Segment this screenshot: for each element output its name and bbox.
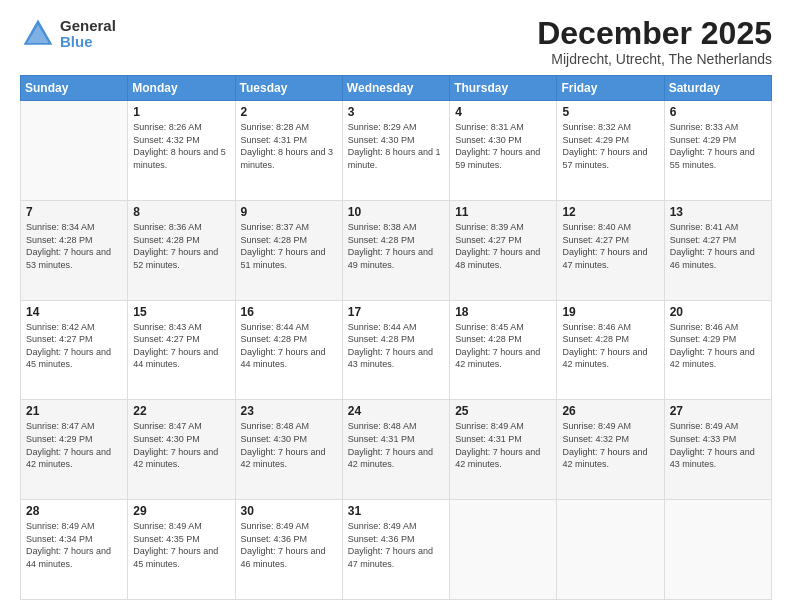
- cell-info: Sunrise: 8:44 AMSunset: 4:28 PMDaylight:…: [241, 321, 337, 371]
- page: General Blue December 2025 Mijdrecht, Ut…: [0, 0, 792, 612]
- table-row: 7Sunrise: 8:34 AMSunset: 4:28 PMDaylight…: [21, 200, 128, 300]
- cell-info: Sunrise: 8:49 AMSunset: 4:35 PMDaylight:…: [133, 520, 229, 570]
- cell-info: Sunrise: 8:46 AMSunset: 4:29 PMDaylight:…: [670, 321, 766, 371]
- table-row: 20Sunrise: 8:46 AMSunset: 4:29 PMDayligh…: [664, 300, 771, 400]
- table-row: 8Sunrise: 8:36 AMSunset: 4:28 PMDaylight…: [128, 200, 235, 300]
- cell-info: Sunrise: 8:49 AMSunset: 4:31 PMDaylight:…: [455, 420, 551, 470]
- table-row: 9Sunrise: 8:37 AMSunset: 4:28 PMDaylight…: [235, 200, 342, 300]
- cell-day-number: 24: [348, 404, 444, 418]
- cell-day-number: 10: [348, 205, 444, 219]
- table-row: 10Sunrise: 8:38 AMSunset: 4:28 PMDayligh…: [342, 200, 449, 300]
- calendar-week-row: 1Sunrise: 8:26 AMSunset: 4:32 PMDaylight…: [21, 101, 772, 201]
- calendar-week-row: 7Sunrise: 8:34 AMSunset: 4:28 PMDaylight…: [21, 200, 772, 300]
- table-row: [450, 500, 557, 600]
- header: General Blue December 2025 Mijdrecht, Ut…: [20, 16, 772, 67]
- calendar-week-row: 21Sunrise: 8:47 AMSunset: 4:29 PMDayligh…: [21, 400, 772, 500]
- table-row: 31Sunrise: 8:49 AMSunset: 4:36 PMDayligh…: [342, 500, 449, 600]
- location: Mijdrecht, Utrecht, The Netherlands: [537, 51, 772, 67]
- table-row: 25Sunrise: 8:49 AMSunset: 4:31 PMDayligh…: [450, 400, 557, 500]
- logo-blue-text: Blue: [60, 34, 116, 51]
- col-tuesday: Tuesday: [235, 76, 342, 101]
- cell-info: Sunrise: 8:46 AMSunset: 4:28 PMDaylight:…: [562, 321, 658, 371]
- cell-day-number: 11: [455, 205, 551, 219]
- calendar-week-row: 28Sunrise: 8:49 AMSunset: 4:34 PMDayligh…: [21, 500, 772, 600]
- cell-day-number: 6: [670, 105, 766, 119]
- logo-text: General Blue: [60, 18, 116, 51]
- header-row: Sunday Monday Tuesday Wednesday Thursday…: [21, 76, 772, 101]
- cell-info: Sunrise: 8:47 AMSunset: 4:30 PMDaylight:…: [133, 420, 229, 470]
- table-row: 17Sunrise: 8:44 AMSunset: 4:28 PMDayligh…: [342, 300, 449, 400]
- table-row: 4Sunrise: 8:31 AMSunset: 4:30 PMDaylight…: [450, 101, 557, 201]
- cell-info: Sunrise: 8:49 AMSunset: 4:33 PMDaylight:…: [670, 420, 766, 470]
- cell-info: Sunrise: 8:33 AMSunset: 4:29 PMDaylight:…: [670, 121, 766, 171]
- cell-info: Sunrise: 8:36 AMSunset: 4:28 PMDaylight:…: [133, 221, 229, 271]
- cell-day-number: 26: [562, 404, 658, 418]
- month-title: December 2025: [537, 16, 772, 51]
- table-row: 24Sunrise: 8:48 AMSunset: 4:31 PMDayligh…: [342, 400, 449, 500]
- cell-info: Sunrise: 8:45 AMSunset: 4:28 PMDaylight:…: [455, 321, 551, 371]
- cell-day-number: 21: [26, 404, 122, 418]
- cell-day-number: 27: [670, 404, 766, 418]
- col-monday: Monday: [128, 76, 235, 101]
- cell-day-number: 28: [26, 504, 122, 518]
- cell-day-number: 12: [562, 205, 658, 219]
- cell-info: Sunrise: 8:49 AMSunset: 4:32 PMDaylight:…: [562, 420, 658, 470]
- logo-icon: [20, 16, 56, 52]
- cell-day-number: 3: [348, 105, 444, 119]
- table-row: 3Sunrise: 8:29 AMSunset: 4:30 PMDaylight…: [342, 101, 449, 201]
- cell-info: Sunrise: 8:42 AMSunset: 4:27 PMDaylight:…: [26, 321, 122, 371]
- cell-day-number: 29: [133, 504, 229, 518]
- table-row: [21, 101, 128, 201]
- table-row: 11Sunrise: 8:39 AMSunset: 4:27 PMDayligh…: [450, 200, 557, 300]
- cell-day-number: 30: [241, 504, 337, 518]
- cell-day-number: 13: [670, 205, 766, 219]
- cell-info: Sunrise: 8:48 AMSunset: 4:30 PMDaylight:…: [241, 420, 337, 470]
- cell-day-number: 15: [133, 305, 229, 319]
- cell-info: Sunrise: 8:43 AMSunset: 4:27 PMDaylight:…: [133, 321, 229, 371]
- table-row: 18Sunrise: 8:45 AMSunset: 4:28 PMDayligh…: [450, 300, 557, 400]
- cell-info: Sunrise: 8:29 AMSunset: 4:30 PMDaylight:…: [348, 121, 444, 171]
- cell-info: Sunrise: 8:37 AMSunset: 4:28 PMDaylight:…: [241, 221, 337, 271]
- table-row: [664, 500, 771, 600]
- cell-info: Sunrise: 8:39 AMSunset: 4:27 PMDaylight:…: [455, 221, 551, 271]
- cell-day-number: 17: [348, 305, 444, 319]
- logo-general-text: General: [60, 18, 116, 35]
- cell-info: Sunrise: 8:34 AMSunset: 4:28 PMDaylight:…: [26, 221, 122, 271]
- cell-day-number: 14: [26, 305, 122, 319]
- cell-day-number: 5: [562, 105, 658, 119]
- cell-day-number: 22: [133, 404, 229, 418]
- cell-info: Sunrise: 8:48 AMSunset: 4:31 PMDaylight:…: [348, 420, 444, 470]
- cell-info: Sunrise: 8:38 AMSunset: 4:28 PMDaylight:…: [348, 221, 444, 271]
- table-row: 23Sunrise: 8:48 AMSunset: 4:30 PMDayligh…: [235, 400, 342, 500]
- cell-day-number: 18: [455, 305, 551, 319]
- cell-day-number: 16: [241, 305, 337, 319]
- table-row: 2Sunrise: 8:28 AMSunset: 4:31 PMDaylight…: [235, 101, 342, 201]
- cell-day-number: 20: [670, 305, 766, 319]
- col-sunday: Sunday: [21, 76, 128, 101]
- cell-day-number: 19: [562, 305, 658, 319]
- cell-info: Sunrise: 8:41 AMSunset: 4:27 PMDaylight:…: [670, 221, 766, 271]
- table-row: 29Sunrise: 8:49 AMSunset: 4:35 PMDayligh…: [128, 500, 235, 600]
- table-row: 22Sunrise: 8:47 AMSunset: 4:30 PMDayligh…: [128, 400, 235, 500]
- cell-info: Sunrise: 8:49 AMSunset: 4:36 PMDaylight:…: [348, 520, 444, 570]
- cell-info: Sunrise: 8:40 AMSunset: 4:27 PMDaylight:…: [562, 221, 658, 271]
- table-row: 27Sunrise: 8:49 AMSunset: 4:33 PMDayligh…: [664, 400, 771, 500]
- table-row: 15Sunrise: 8:43 AMSunset: 4:27 PMDayligh…: [128, 300, 235, 400]
- table-row: 26Sunrise: 8:49 AMSunset: 4:32 PMDayligh…: [557, 400, 664, 500]
- cell-day-number: 9: [241, 205, 337, 219]
- table-row: 16Sunrise: 8:44 AMSunset: 4:28 PMDayligh…: [235, 300, 342, 400]
- cell-info: Sunrise: 8:31 AMSunset: 4:30 PMDaylight:…: [455, 121, 551, 171]
- cell-info: Sunrise: 8:47 AMSunset: 4:29 PMDaylight:…: [26, 420, 122, 470]
- table-row: 14Sunrise: 8:42 AMSunset: 4:27 PMDayligh…: [21, 300, 128, 400]
- calendar-table: Sunday Monday Tuesday Wednesday Thursday…: [20, 75, 772, 600]
- cell-info: Sunrise: 8:32 AMSunset: 4:29 PMDaylight:…: [562, 121, 658, 171]
- table-row: 5Sunrise: 8:32 AMSunset: 4:29 PMDaylight…: [557, 101, 664, 201]
- col-thursday: Thursday: [450, 76, 557, 101]
- calendar-week-row: 14Sunrise: 8:42 AMSunset: 4:27 PMDayligh…: [21, 300, 772, 400]
- table-row: [557, 500, 664, 600]
- cell-day-number: 31: [348, 504, 444, 518]
- title-section: December 2025 Mijdrecht, Utrecht, The Ne…: [537, 16, 772, 67]
- cell-day-number: 2: [241, 105, 337, 119]
- cell-info: Sunrise: 8:44 AMSunset: 4:28 PMDaylight:…: [348, 321, 444, 371]
- cell-day-number: 1: [133, 105, 229, 119]
